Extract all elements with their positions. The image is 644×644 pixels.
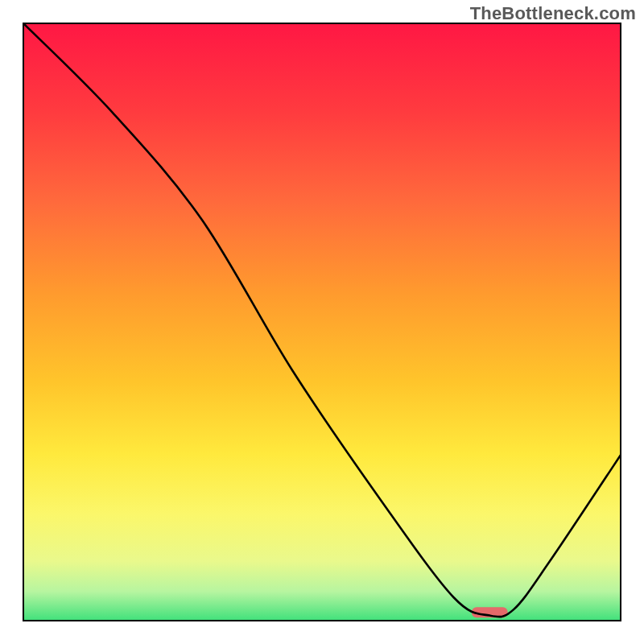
watermark-text: TheBottleneck.com (470, 3, 636, 24)
chart-container: TheBottleneck.com (0, 0, 644, 644)
chart-svg (23, 23, 621, 621)
plot-area (23, 23, 621, 621)
